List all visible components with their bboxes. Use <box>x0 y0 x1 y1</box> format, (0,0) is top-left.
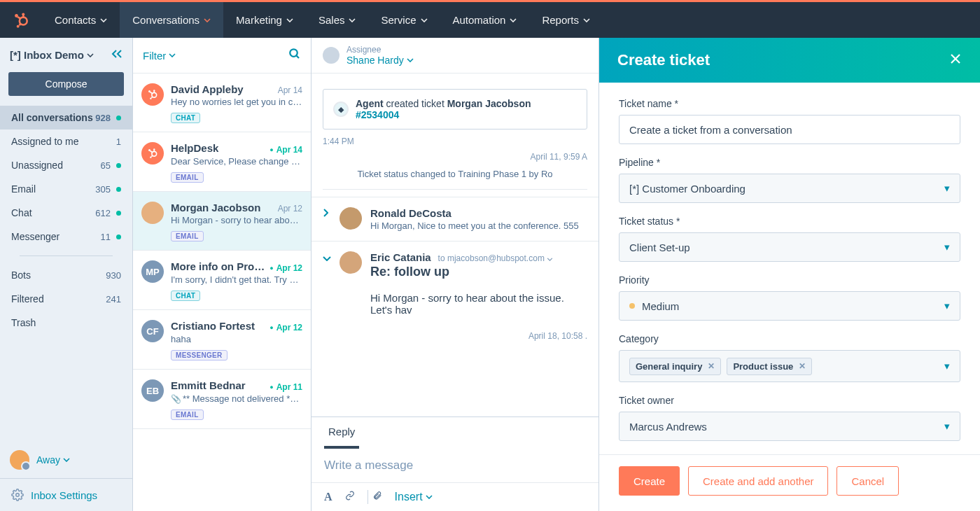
sidebar-item-email[interactable]: Email305 <box>0 177 132 201</box>
nav-label: Marketing <box>236 14 282 26</box>
tab-reply[interactable]: Reply <box>324 417 359 449</box>
hubspot-logo[interactable] <box>0 11 42 29</box>
chevron-right-icon[interactable] <box>323 207 332 231</box>
nav-reports[interactable]: Reports <box>529 2 603 38</box>
ticket-link[interactable]: #2534004 <box>356 109 399 120</box>
assignee-dropdown[interactable]: Shane Hardy <box>346 55 414 66</box>
create-button[interactable]: Create <box>619 466 680 496</box>
priority-select[interactable]: Medium▾ <box>619 291 960 321</box>
reply-area: Reply Write a message A Insert <box>312 416 598 511</box>
nav-conversations[interactable]: Conversations <box>120 2 223 38</box>
remove-tag-icon[interactable]: ✕ <box>708 361 715 371</box>
pipeline-select[interactable]: [*] Customer Onboarding▾ <box>619 174 960 203</box>
nav-marketing[interactable]: Marketing <box>223 2 306 38</box>
conversation-item[interactable]: MP More info on Produ… Apr 12 I'm sorry,… <box>133 251 311 310</box>
category-tag: General inquiry✕ <box>629 358 721 375</box>
remove-tag-icon[interactable]: ✕ <box>799 361 806 371</box>
link-icon[interactable] <box>345 491 355 503</box>
recipient[interactable]: to mjacobson@hubspot.com <box>438 253 554 263</box>
close-icon[interactable] <box>949 52 962 68</box>
category-select[interactable]: General inquiry✕Product issue✕ ▾ <box>619 350 960 382</box>
presence-toggle[interactable]: Away <box>0 442 132 478</box>
conversation-name: Cristiano Fortest <box>171 320 255 332</box>
message-collapsed[interactable]: Ronald DeCosta Hi Morgan, Nice to meet y… <box>312 197 598 241</box>
channel-badge: CHAT <box>171 113 200 123</box>
folder-count: 930 <box>106 270 121 281</box>
timestamp: 1:44 PM <box>323 136 587 146</box>
top-nav: Contacts Conversations Marketing Sales S… <box>0 0 980 38</box>
folder-count: 612 <box>95 208 111 218</box>
svg-line-6 <box>19 23 21 24</box>
inbox-title: [*] Inbox Demo <box>10 49 84 61</box>
svg-line-2 <box>18 17 21 19</box>
conversation-item[interactable]: HelpDesk Apr 14 Dear Service, Please cha… <box>133 132 311 192</box>
priority-label: Priority <box>619 274 960 286</box>
conversation-name: Morgan Jacobson <box>171 202 260 214</box>
nav-label: Sales <box>318 14 345 26</box>
sender-avatar <box>340 251 362 274</box>
status-select[interactable]: Client Set-up▾ <box>619 232 960 262</box>
inbox-settings-link[interactable]: Inbox Settings <box>0 478 132 511</box>
collapse-sidebar-icon[interactable] <box>111 49 122 61</box>
unread-dot-icon <box>116 187 121 192</box>
ticket-name-input[interactable]: Create a ticket from a conversation <box>619 115 960 144</box>
conversation-item[interactable]: David Appleby Apr 14 Hey no worries let … <box>133 74 311 132</box>
chevron-down-icon[interactable] <box>323 251 332 316</box>
settings-label: Inbox Settings <box>31 489 97 501</box>
sidebar-item-chat[interactable]: Chat612 <box>0 201 132 225</box>
channel-badge: EMAIL <box>171 172 204 183</box>
conversation-avatar: MP <box>141 260 164 283</box>
message-subject: Re: follow up <box>370 265 587 279</box>
sender-name: Ronald DeCosta <box>370 207 587 219</box>
nav-label: Conversations <box>132 14 200 26</box>
conversation-avatar <box>141 83 164 106</box>
conversation-item[interactable]: Morgan Jacobson Apr 12 Hi Morgan - sorry… <box>133 192 311 251</box>
status-change-note: Ticket status changed to Training Phase … <box>323 169 587 190</box>
sidebar-item-bots[interactable]: Bots930 <box>0 263 132 287</box>
owner-select[interactable]: Marcus Andrews▾ <box>619 412 960 441</box>
sidebar-item-all-conversations[interactable]: All conversations928 <box>0 106 132 130</box>
category-tag: Product issue✕ <box>727 358 812 375</box>
conversation-avatar: EB <box>141 379 164 402</box>
nav-contacts[interactable]: Contacts <box>42 2 120 38</box>
compose-button[interactable]: Compose <box>8 72 124 96</box>
conversation-date: Apr 14 <box>270 145 302 155</box>
gear-icon <box>11 489 24 501</box>
folder-count: 11 <box>101 232 111 242</box>
folder-label: Trash <box>11 317 36 328</box>
conversation-list: Filter David Appleby Apr 14 Hey no worri… <box>133 38 312 511</box>
filter-dropdown[interactable]: Filter <box>143 50 176 62</box>
sidebar-item-messenger[interactable]: Messenger11 <box>0 225 132 248</box>
compose-input[interactable]: Write a message <box>324 458 586 472</box>
sidebar-item-trash[interactable]: Trash <box>0 311 132 335</box>
inbox-switcher[interactable]: [*] Inbox Demo <box>0 38 132 68</box>
sidebar-item-unassigned[interactable]: Unassigned65 <box>0 153 132 177</box>
search-icon[interactable] <box>288 48 301 63</box>
sys-text: created ticket <box>384 98 447 109</box>
attachment-icon[interactable] <box>372 490 382 504</box>
insert-dropdown[interactable]: Insert <box>395 491 433 503</box>
conversation-avatar <box>141 202 164 224</box>
create-and-add-button[interactable]: Create and add another <box>688 466 828 496</box>
nav-service[interactable]: Service <box>368 2 440 38</box>
channel-badge: MESSENGER <box>171 350 227 360</box>
conversation-name: David Appleby <box>171 83 244 95</box>
sidebar-item-filtered[interactable]: Filtered241 <box>0 287 132 311</box>
svg-point-8 <box>290 49 298 57</box>
user-avatar <box>10 450 29 470</box>
folder-count: 241 <box>106 294 121 304</box>
nav-sales[interactable]: Sales <box>306 2 369 38</box>
filter-label: Filter <box>143 50 166 62</box>
cancel-button[interactable]: Cancel <box>836 466 899 496</box>
folder-list-secondary: Bots930Filtered241Trash <box>0 263 132 335</box>
sender-avatar <box>340 207 362 230</box>
nav-automation[interactable]: Automation <box>440 2 530 38</box>
conversation-item[interactable]: EB Emmitt Bednar Apr 11 📎** Message not … <box>133 370 311 429</box>
conversation-date: Apr 12 <box>270 263 302 273</box>
conversation-date: Apr 12 <box>278 204 302 214</box>
conversation-name: Emmitt Bednar <box>171 379 246 391</box>
font-icon[interactable]: A <box>324 491 332 503</box>
conversation-item[interactable]: CF Cristiano Fortest Apr 12 haha MESSENG… <box>133 310 311 370</box>
sidebar-item-assigned-to-me[interactable]: Assigned to me1 <box>0 130 132 153</box>
conversation-date: Apr 12 <box>270 323 302 332</box>
